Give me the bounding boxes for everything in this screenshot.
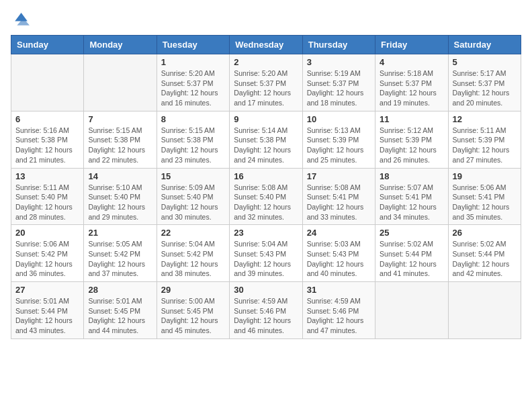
day-info: Sunrise: 5:16 AM Sunset: 5:38 PM Dayligh…: [15, 126, 79, 165]
day-number: 31: [307, 285, 371, 295]
day-info: Sunrise: 5:04 AM Sunset: 5:43 PM Dayligh…: [234, 239, 298, 279]
day-info: Sunrise: 4:59 AM Sunset: 5:46 PM Dayligh…: [234, 296, 298, 336]
day-number: 22: [161, 228, 225, 238]
calendar-week-row: 13Sunrise: 5:11 AM Sunset: 5:40 PM Dayli…: [11, 168, 521, 225]
day-number: 12: [453, 114, 517, 124]
day-number: 10: [307, 114, 371, 124]
calendar-cell: 13Sunrise: 5:11 AM Sunset: 5:40 PM Dayli…: [11, 168, 84, 225]
day-number: 24: [307, 228, 371, 238]
day-number: 18: [380, 171, 443, 181]
day-of-week-header: Sunday: [11, 36, 84, 54]
calendar-cell: 16Sunrise: 5:08 AM Sunset: 5:40 PM Dayli…: [230, 168, 302, 225]
day-number: 16: [234, 171, 298, 181]
day-number: 7: [88, 114, 152, 124]
svg-marker-0: [15, 13, 28, 21]
day-number: 8: [161, 114, 225, 124]
day-of-week-header: Tuesday: [157, 36, 229, 54]
calendar-cell: 5Sunrise: 5:17 AM Sunset: 5:37 PM Daylig…: [448, 54, 521, 111]
calendar-cell: 4Sunrise: 5:18 AM Sunset: 5:37 PM Daylig…: [375, 54, 448, 111]
day-number: 9: [234, 114, 298, 124]
day-number: 13: [15, 171, 79, 181]
calendar-cell: [11, 54, 84, 111]
page-header: [11, 11, 521, 30]
day-number: 26: [453, 228, 517, 238]
day-info: Sunrise: 5:12 AM Sunset: 5:39 PM Dayligh…: [380, 126, 443, 165]
calendar-cell: 28Sunrise: 5:01 AM Sunset: 5:45 PM Dayli…: [84, 282, 157, 339]
calendar-cell: 20Sunrise: 5:06 AM Sunset: 5:42 PM Dayli…: [11, 225, 84, 282]
day-number: 17: [307, 171, 371, 181]
calendar-cell: 17Sunrise: 5:08 AM Sunset: 5:41 PM Dayli…: [302, 168, 375, 225]
day-info: Sunrise: 5:18 AM Sunset: 5:37 PM Dayligh…: [380, 68, 443, 108]
day-number: 14: [88, 171, 152, 181]
calendar-cell: 8Sunrise: 5:15 AM Sunset: 5:38 PM Daylig…: [157, 111, 229, 168]
day-info: Sunrise: 5:17 AM Sunset: 5:37 PM Dayligh…: [453, 68, 517, 108]
day-of-week-header: Monday: [84, 36, 157, 54]
day-info: Sunrise: 5:19 AM Sunset: 5:37 PM Dayligh…: [307, 68, 371, 108]
day-info: Sunrise: 5:01 AM Sunset: 5:44 PM Dayligh…: [15, 296, 79, 336]
day-info: Sunrise: 4:59 AM Sunset: 5:46 PM Dayligh…: [307, 296, 371, 336]
calendar-cell: 7Sunrise: 5:15 AM Sunset: 5:38 PM Daylig…: [84, 111, 157, 168]
calendar-week-row: 6Sunrise: 5:16 AM Sunset: 5:38 PM Daylig…: [11, 111, 521, 168]
day-number: 5: [453, 57, 517, 67]
calendar-header-row: SundayMondayTuesdayWednesdayThursdayFrid…: [11, 36, 521, 54]
day-info: Sunrise: 5:11 AM Sunset: 5:39 PM Dayligh…: [453, 126, 517, 165]
day-number: 6: [15, 114, 79, 124]
day-info: Sunrise: 5:01 AM Sunset: 5:45 PM Dayligh…: [88, 296, 152, 336]
calendar-cell: 24Sunrise: 5:03 AM Sunset: 5:43 PM Dayli…: [302, 225, 375, 282]
calendar-week-row: 20Sunrise: 5:06 AM Sunset: 5:42 PM Dayli…: [11, 225, 521, 282]
day-number: 15: [161, 171, 225, 181]
calendar-week-row: 1Sunrise: 5:20 AM Sunset: 5:37 PM Daylig…: [11, 54, 521, 111]
day-number: 25: [380, 228, 443, 238]
day-number: 11: [380, 114, 443, 124]
day-number: 21: [88, 228, 152, 238]
day-number: 19: [453, 171, 517, 181]
calendar-cell: 29Sunrise: 5:00 AM Sunset: 5:45 PM Dayli…: [157, 282, 229, 339]
day-info: Sunrise: 5:11 AM Sunset: 5:40 PM Dayligh…: [15, 183, 79, 222]
calendar-cell: 10Sunrise: 5:13 AM Sunset: 5:39 PM Dayli…: [302, 111, 375, 168]
calendar-cell: 26Sunrise: 5:02 AM Sunset: 5:44 PM Dayli…: [448, 225, 521, 282]
day-info: Sunrise: 5:20 AM Sunset: 5:37 PM Dayligh…: [234, 68, 298, 108]
calendar-cell: [84, 54, 157, 111]
day-of-week-header: Friday: [375, 36, 448, 54]
day-of-week-header: Wednesday: [230, 36, 302, 54]
day-info: Sunrise: 5:15 AM Sunset: 5:38 PM Dayligh…: [88, 126, 152, 165]
day-info: Sunrise: 5:06 AM Sunset: 5:42 PM Dayligh…: [15, 239, 79, 279]
calendar-cell: 21Sunrise: 5:05 AM Sunset: 5:42 PM Dayli…: [84, 225, 157, 282]
day-info: Sunrise: 5:10 AM Sunset: 5:40 PM Dayligh…: [88, 183, 152, 222]
calendar-cell: 31Sunrise: 4:59 AM Sunset: 5:46 PM Dayli…: [302, 282, 375, 339]
calendar-cell: [375, 282, 448, 339]
calendar-cell: 23Sunrise: 5:04 AM Sunset: 5:43 PM Dayli…: [230, 225, 302, 282]
day-info: Sunrise: 5:02 AM Sunset: 5:44 PM Dayligh…: [380, 239, 443, 279]
logo-icon: [11, 11, 30, 30]
day-info: Sunrise: 5:08 AM Sunset: 5:41 PM Dayligh…: [307, 183, 371, 222]
calendar-cell: 25Sunrise: 5:02 AM Sunset: 5:44 PM Dayli…: [375, 225, 448, 282]
day-info: Sunrise: 5:03 AM Sunset: 5:43 PM Dayligh…: [307, 239, 371, 279]
calendar-cell: 27Sunrise: 5:01 AM Sunset: 5:44 PM Dayli…: [11, 282, 84, 339]
calendar-cell: 18Sunrise: 5:07 AM Sunset: 5:41 PM Dayli…: [375, 168, 448, 225]
logo: [11, 11, 32, 30]
day-number: 29: [161, 285, 225, 295]
calendar-cell: [448, 282, 521, 339]
day-info: Sunrise: 5:09 AM Sunset: 5:40 PM Dayligh…: [161, 183, 225, 222]
day-number: 3: [307, 57, 371, 67]
day-number: 4: [380, 57, 443, 67]
day-info: Sunrise: 5:06 AM Sunset: 5:41 PM Dayligh…: [453, 183, 517, 222]
day-info: Sunrise: 5:14 AM Sunset: 5:38 PM Dayligh…: [234, 126, 298, 165]
day-info: Sunrise: 5:13 AM Sunset: 5:39 PM Dayligh…: [307, 126, 371, 165]
calendar: SundayMondayTuesdayWednesdayThursdayFrid…: [11, 35, 521, 339]
day-number: 28: [88, 285, 152, 295]
calendar-cell: 14Sunrise: 5:10 AM Sunset: 5:40 PM Dayli…: [84, 168, 157, 225]
day-of-week-header: Thursday: [302, 36, 375, 54]
day-number: 27: [15, 285, 79, 295]
day-number: 20: [15, 228, 79, 238]
calendar-cell: 1Sunrise: 5:20 AM Sunset: 5:37 PM Daylig…: [157, 54, 229, 111]
calendar-cell: 12Sunrise: 5:11 AM Sunset: 5:39 PM Dayli…: [448, 111, 521, 168]
calendar-cell: 9Sunrise: 5:14 AM Sunset: 5:38 PM Daylig…: [230, 111, 302, 168]
day-info: Sunrise: 5:00 AM Sunset: 5:45 PM Dayligh…: [161, 296, 225, 336]
day-info: Sunrise: 5:04 AM Sunset: 5:42 PM Dayligh…: [161, 239, 225, 279]
day-info: Sunrise: 5:15 AM Sunset: 5:38 PM Dayligh…: [161, 126, 225, 165]
calendar-cell: 3Sunrise: 5:19 AM Sunset: 5:37 PM Daylig…: [302, 54, 375, 111]
calendar-cell: 22Sunrise: 5:04 AM Sunset: 5:42 PM Dayli…: [157, 225, 229, 282]
day-info: Sunrise: 5:05 AM Sunset: 5:42 PM Dayligh…: [88, 239, 152, 279]
calendar-cell: 15Sunrise: 5:09 AM Sunset: 5:40 PM Dayli…: [157, 168, 229, 225]
